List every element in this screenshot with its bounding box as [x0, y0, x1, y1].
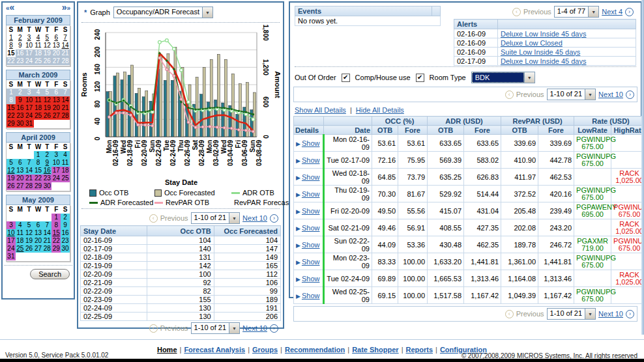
show-details-link[interactable]: Show [302, 190, 320, 198]
calendar-day[interactable]: 4 [61, 151, 70, 159]
calendar-day[interactable]: 4 [34, 34, 43, 42]
next-page-link[interactable]: Next 10 [242, 214, 267, 222]
next-page-link[interactable]: Next 10 [598, 310, 623, 318]
calendar-day[interactable]: 7 [25, 159, 34, 167]
show-details-link[interactable]: Show [302, 224, 320, 232]
calendar-day[interactable]: 4 [16, 221, 25, 229]
footer-link-home[interactable]: Home [157, 346, 177, 354]
hide-all-details-link[interactable]: Hide All Details [356, 106, 404, 114]
show-details-link[interactable]: Show [302, 258, 320, 266]
calendar-day[interactable]: 18 [34, 104, 43, 112]
calendar-day[interactable]: 21 [25, 174, 34, 182]
calendar-day[interactable]: 24 [7, 245, 16, 253]
calendar-day[interactable]: 31 [7, 253, 16, 260]
calendar-day[interactable]: 27 [51, 112, 61, 120]
show-details-link[interactable]: Show [302, 156, 320, 164]
calendar-day[interactable]: 26 [42, 112, 51, 120]
calendar-day[interactable]: 6 [16, 159, 25, 167]
calendar-day[interactable]: 22 [51, 237, 61, 245]
calendar-day[interactable]: 7 [42, 221, 51, 229]
calendar-day[interactable]: 16 [16, 104, 25, 112]
show-details-link[interactable]: Show [302, 241, 320, 249]
calendar-day[interactable]: 1 [7, 34, 16, 42]
show-details-link[interactable]: Show [302, 275, 320, 283]
calendar-day[interactable]: 29 [7, 120, 16, 128]
calendar-day[interactable]: 11 [16, 229, 25, 237]
previous-page-icon[interactable]: ‹ [149, 214, 158, 223]
calendar-day[interactable]: 17 [51, 167, 61, 174]
calendar-day[interactable]: 17 [7, 237, 16, 245]
next-page-icon[interactable]: › [270, 324, 278, 333]
calendar-day[interactable]: 20 [51, 104, 61, 112]
calendar-day[interactable]: 13 [51, 96, 61, 104]
next-page-icon[interactable]: › [625, 8, 634, 16]
previous-page-icon[interactable]: ‹ [149, 324, 158, 333]
calendar-day[interactable]: 13 [16, 167, 25, 174]
footer-link-rate-shopper[interactable]: Rate Shopper [352, 346, 399, 354]
calendar-day[interactable]: 2 [42, 151, 51, 159]
calendar-day[interactable]: 9 [61, 221, 70, 229]
room-type-select[interactable]: BDK ▼ [471, 72, 535, 83]
calendar-day[interactable]: 10 [25, 96, 34, 104]
out-of-order-checkbox[interactable]: ✔ [342, 74, 350, 82]
calendar-day[interactable]: 27 [34, 245, 43, 253]
calendar-day[interactable]: 25 [16, 245, 25, 253]
calendar-day[interactable]: 8 [34, 159, 43, 167]
next-page-icon[interactable]: › [626, 90, 634, 99]
calendar-day[interactable]: 29 [34, 182, 43, 190]
calendar-day[interactable]: 12 [42, 96, 51, 104]
calendar-day[interactable]: 23 [42, 174, 51, 182]
calendar-day[interactable]: 1 [34, 151, 43, 159]
show-all-details-link[interactable]: Show All Details [295, 106, 346, 114]
calendar-day[interactable]: 11 [34, 96, 43, 104]
page-range-select[interactable]: 1-10 of 21▼ [547, 89, 596, 100]
alert-link[interactable]: Deluxe Low Closed [501, 39, 563, 47]
calendar-day[interactable]: 3 [25, 34, 34, 42]
calendar-day[interactable]: 12 [25, 229, 34, 237]
search-button[interactable]: Search [30, 269, 70, 279]
calendar-day[interactable]: 14 [42, 229, 51, 237]
calendar-day[interactable]: 21 [42, 237, 51, 245]
show-details-link[interactable]: Show [302, 292, 320, 299]
calendar-day[interactable]: 15 [7, 104, 16, 112]
calendar-day[interactable]: 1 [51, 214, 61, 221]
previous-page-icon[interactable]: ‹ [505, 310, 514, 318]
calendar-next-button[interactable]: »» [62, 3, 70, 12]
calendar-day[interactable]: 2 [61, 214, 70, 221]
calendar-day[interactable]: 7 [61, 34, 70, 42]
next-page-icon[interactable]: › [626, 310, 634, 318]
calendar-day[interactable]: 16 [61, 229, 70, 237]
alert-link[interactable]: Deluxe Low Inside 45 days [501, 57, 586, 65]
calendar-day[interactable]: 3 [7, 221, 16, 229]
calendar-prev-button[interactable]: «« [6, 3, 14, 12]
next-page-link[interactable]: Next 10 [242, 324, 267, 332]
page-range-select[interactable]: 1-10 of 21▼ [191, 322, 241, 334]
calendar-day[interactable]: 5 [7, 159, 16, 167]
calendar-day[interactable]: 24 [51, 174, 61, 182]
calendar-day[interactable]: 13 [34, 229, 43, 237]
calendar-day[interactable]: 10 [7, 229, 16, 237]
calendar-day[interactable]: 24 [25, 112, 34, 120]
calendar-day[interactable]: 17 [25, 104, 34, 112]
calendar-day[interactable]: 8 [51, 221, 61, 229]
calendar-day[interactable]: 19 [42, 104, 51, 112]
previous-page-icon[interactable]: ‹ [512, 8, 521, 16]
calendar-day[interactable]: 31 [25, 120, 34, 128]
graph-select[interactable]: Occupancy/ADR Forecast ▼ [113, 7, 213, 18]
show-details-link[interactable]: Show [302, 173, 320, 181]
calendar-day[interactable]: 12 [7, 167, 16, 174]
calendar-day[interactable]: 6 [51, 34, 61, 42]
calendar-day[interactable]: 28 [42, 245, 51, 253]
calendar-day[interactable]: 18 [16, 237, 25, 245]
calendar-day[interactable]: 22 [7, 112, 16, 120]
previous-page-icon[interactable]: ‹ [505, 90, 514, 99]
page-range-select[interactable]: 1-10 of 21▼ [191, 212, 241, 224]
calendar-day[interactable]: 23 [61, 237, 70, 245]
comp-house-checkbox[interactable]: ✔ [416, 74, 424, 82]
calendar-day[interactable]: 20 [16, 174, 25, 182]
calendar-day[interactable]: 19 [7, 174, 16, 182]
calendar-day[interactable]: 28 [25, 182, 34, 190]
calendar-day[interactable]: 14 [61, 96, 70, 104]
calendar-day[interactable]: 10 [51, 159, 61, 167]
calendar-day[interactable]: 5 [42, 34, 51, 42]
